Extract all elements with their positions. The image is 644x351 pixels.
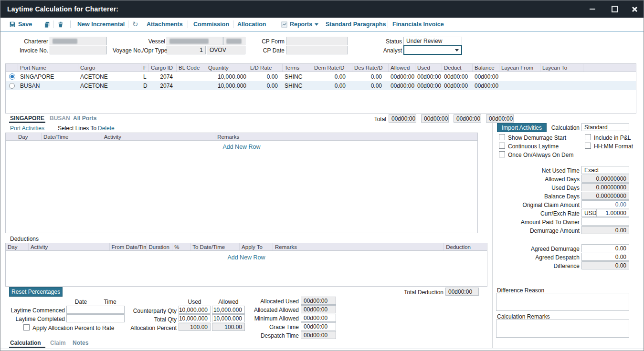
show-demurrage-label: Show Demurrage Start [508,134,566,141]
table-row-singapore[interactable]: SINGAPORE ACETONE L 2074 10,000.000 0.00… [6,72,636,81]
col-used[interactable]: Used [415,64,442,72]
exch-rate-field[interactable]: 1.00000 [597,209,629,217]
col-ded-day[interactable]: Day [6,243,29,250]
col-deduct[interactable]: Deduct [442,64,473,72]
hhmm-format-checkbox[interactable] [585,143,591,149]
table-row-busan[interactable]: BUSAN ACETONE D 2074 10,000.000 0.00 SHI… [6,81,636,90]
col-ld-rate[interactable]: L/D Rate [248,64,283,72]
copy-button[interactable] [43,18,51,31]
col-port-name[interactable]: Port Name [18,64,78,72]
show-demurrage-checkbox[interactable] [499,134,505,140]
col-ded-to[interactable]: To Date/Time [190,243,240,250]
col-terms[interactable]: Terms [283,64,312,72]
original-claim-field[interactable]: 0.00 [581,200,629,208]
used-header: Used [179,299,211,305]
col-datetime[interactable]: Date/Time [42,133,102,140]
financials-invoice-button[interactable]: Financials Invoice [392,18,444,31]
col-remarks[interactable]: Remarks [215,133,477,140]
close-button[interactable] [631,6,638,12]
col-quantity[interactable]: Quantity [206,64,248,72]
add-deduction-row-link[interactable]: Add New Row [6,254,487,261]
reports-button[interactable]: Reports [281,18,318,31]
save-button[interactable]: Save [9,18,32,31]
col-bl-code[interactable]: BL Code [177,64,206,72]
col-activity[interactable]: Activity [102,133,216,140]
currency-field[interactable]: USD [581,209,597,217]
row-radio[interactable] [9,83,15,89]
calculation-field[interactable]: Standard [581,123,629,131]
once-on-dem-label: Once On/Always On Dem [508,152,573,158]
col-laycan-to[interactable]: Laycan To [540,64,583,72]
commission-button[interactable]: Commission [193,18,229,31]
col-allowed[interactable]: Allowed [389,64,415,72]
charterer-field[interactable] [50,37,107,45]
agreed-despatch-field[interactable]: 0.00 [581,253,629,261]
col-laycan-from[interactable]: Laycan From [499,64,540,72]
delete-button[interactable] [57,18,64,31]
maximize-button[interactable] [611,6,619,12]
deductions-grid-header: Day Activity From Date/Time Duration % T… [6,243,487,251]
balance-days-label: Balance Days [492,193,580,200]
continuous-laytime-checkbox[interactable] [499,143,505,149]
total-qty-used-field[interactable]: 10,000.000 [179,314,211,322]
standard-paragraphs-button[interactable]: Standard Paragraphs [326,18,386,31]
net-used-time-field[interactable]: Exact [581,166,629,174]
once-on-dem-checkbox[interactable] [499,151,505,157]
grace-time-field[interactable]: 00d00:00 [301,322,336,330]
total-deduct-field: 00d00:00 [454,114,481,123]
vessel-code-field[interactable] [223,37,245,45]
delete-lines-link[interactable]: Delete [98,125,115,132]
report-chart-icon [281,21,287,28]
col-cargo-id[interactable]: Cargo ID [149,64,177,72]
minimum-allowed-field[interactable]: 00d00:00 [301,314,336,322]
tab-singapore[interactable]: SINGAPORE [10,115,44,122]
new-incremental-button[interactable]: New Incremental [77,18,125,31]
counterparty-used-field[interactable]: 10,000.000 [179,306,211,314]
include-pl-checkbox[interactable] [585,134,591,140]
total-deduction-field: 00d00:00 [445,288,479,296]
col-balance[interactable]: Balance [473,64,499,72]
col-day[interactable]: Day [16,133,42,140]
col-ded-duration[interactable]: Duration [147,243,172,250]
minimize-button[interactable] [589,6,596,12]
cp-form-field[interactable] [286,37,348,45]
tab-notes[interactable]: Notes [73,340,88,346]
tab-claim[interactable]: Claim [50,340,66,346]
difference-reason-textarea[interactable] [496,293,629,311]
opr-type-field[interactable]: OVOV [207,46,245,54]
reset-percentages-button[interactable]: Reset Percentages [9,287,63,297]
continuous-laytime-label: Continuous Laytime [508,143,559,150]
maximize-icon [612,6,618,12]
vessel-field[interactable] [167,37,222,45]
status-field[interactable]: Under Review [403,37,462,45]
add-activity-row-link[interactable]: Add New Row [6,144,477,150]
col-des-rate[interactable]: Des Rate/D [352,64,389,72]
col-ded-from[interactable]: From Date/Time [110,243,147,250]
attachments-button[interactable]: Attachments [147,18,183,31]
balance-days-field: 0.00000000 [581,192,629,200]
col-ded-percent[interactable]: % [172,243,190,250]
amount-paid-field[interactable] [581,217,629,226]
agreed-demurrage-field[interactable]: 0.00 [581,244,629,252]
invoice-no-field[interactable] [50,46,107,54]
allocation-button[interactable]: Allocation [237,18,266,31]
col-f[interactable]: F [141,64,149,72]
calculation-remarks-textarea[interactable] [496,320,629,338]
col-ded-remarks[interactable]: Remarks [273,243,444,250]
col-cargo[interactable]: Cargo [78,64,141,72]
tab-busan[interactable]: BUSAN [50,115,70,122]
analyst-dropdown[interactable] [403,45,462,55]
row-radio-selected[interactable] [9,73,15,80]
chevron-down-icon [455,49,459,52]
col-ded-apply-to[interactable]: Apply To [240,243,273,250]
tab-all-ports[interactable]: All Ports [73,115,96,122]
allocated-used-field: 00d00:00 [301,297,336,305]
voyage-no-field[interactable]: 1 [167,46,206,54]
apply-allocation-checkbox[interactable] [23,324,30,330]
tab-calculation[interactable]: Calculation [10,340,41,346]
col-dem-rate[interactable]: Dem Rate/D [312,64,352,72]
refresh-button[interactable]: ↻ [132,18,138,31]
col-ded-deduction[interactable]: Deduction [444,243,487,250]
cp-date-field[interactable] [286,46,348,54]
col-ded-activity[interactable]: Activity [29,243,110,250]
